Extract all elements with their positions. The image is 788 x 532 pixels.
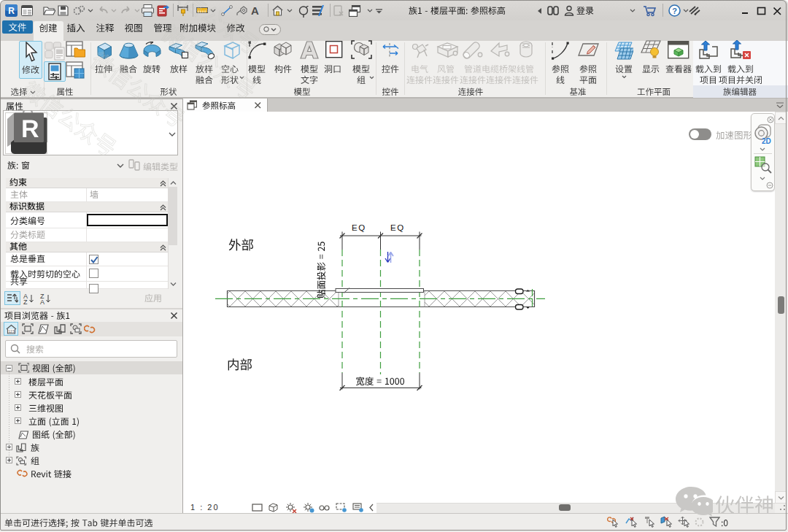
- svg-text:R: R: [8, 6, 15, 16]
- svg-text:Z: Z: [23, 298, 28, 304]
- svg-text:123: 123: [8, 329, 15, 334]
- svg-text:A: A: [40, 298, 45, 304]
- svg-text:?: ?: [672, 7, 677, 15]
